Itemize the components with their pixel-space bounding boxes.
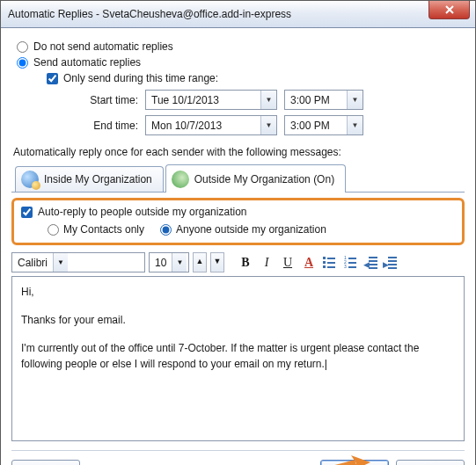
chevron-down-icon[interactable]: ▼ [53, 253, 68, 272]
outdent-button[interactable]: ◀ [363, 253, 379, 272]
option-do-not-send[interactable]: Do not send automatic replies [17, 40, 465, 53]
checkbox-auto-reply-outside[interactable] [21, 207, 33, 218]
outside-options-highlight: Auto-reply to people outside my organiza… [11, 198, 465, 245]
radio-send-auto[interactable] [17, 57, 28, 69]
start-date-combo[interactable]: Tue 10/1/2013 ▼ [145, 90, 277, 110]
message-line: I'm currently out of the office until 7-… [21, 340, 455, 372]
option-contacts-only[interactable]: My Contacts only [48, 223, 144, 236]
option-only-range[interactable]: Only send during this time range: [47, 72, 465, 84]
section-label: Automatically reply once for each sender… [13, 146, 465, 158]
indent-button[interactable]: ▶ [383, 253, 399, 272]
message-line: Thanks for your email. [21, 312, 455, 328]
ok-button[interactable]: OK [320, 460, 389, 465]
chevron-down-icon[interactable]: ▼ [260, 91, 276, 109]
end-time-combo[interactable]: 3:00 PM ▼ [284, 115, 363, 135]
cancel-button[interactable]: Cancel [396, 460, 465, 465]
radio-anyone-outside[interactable] [160, 224, 172, 236]
radio-contacts-only[interactable] [48, 224, 59, 236]
font-shrink-button[interactable]: ▼ [210, 252, 224, 272]
bold-button[interactable]: B [237, 253, 254, 272]
option-auto-reply-outside[interactable]: Auto-reply to people outside my organiza… [21, 206, 455, 218]
font-grow-button[interactable]: ▲ [193, 252, 207, 272]
italic-button[interactable]: I [258, 253, 275, 272]
end-date-combo[interactable]: Mon 10/7/2013 ▼ [145, 115, 277, 135]
message-editor[interactable]: Hi, Thanks for your email. I'm currently… [11, 276, 465, 441]
rules-button[interactable]: Rules... [11, 460, 80, 465]
chevron-down-icon[interactable]: ▼ [347, 116, 362, 134]
tab-inside-org[interactable]: Inside My Organization [15, 166, 164, 192]
titlebar[interactable]: Automatic Replies - SvetaCheusheva@offic… [1, 1, 475, 28]
option-send-auto[interactable]: Send automatic replies [17, 56, 465, 69]
bullet-list-button[interactable] [321, 253, 339, 272]
dialog-footer: Rules... OK Cancel [11, 450, 465, 465]
font-size-combo[interactable]: 10 ▼ [149, 252, 189, 272]
start-time-combo[interactable]: 3:00 PM ▼ [284, 90, 363, 110]
tab-bar: Inside My Organization Outside My Organi… [11, 163, 465, 193]
font-color-button[interactable]: A [300, 253, 318, 272]
chevron-down-icon[interactable]: ▼ [172, 253, 187, 272]
message-line: Hi, [21, 284, 455, 300]
window-title: Automatic Replies - SvetaCheusheva@offic… [8, 8, 291, 20]
underline-button[interactable]: U [279, 253, 297, 272]
people-inside-icon [21, 171, 39, 188]
chevron-down-icon[interactable]: ▼ [260, 116, 276, 134]
numbered-list-button[interactable]: 1 2 3 [342, 253, 360, 272]
radio-do-not-send[interactable] [17, 41, 28, 53]
format-toolbar: Calibri ▼ 10 ▼ ▲ ▼ B I U A 1 2 3 [11, 252, 465, 272]
font-name-combo[interactable]: Calibri ▼ [11, 252, 145, 272]
checkbox-only-range[interactable] [47, 73, 58, 84]
chevron-down-icon[interactable]: ▼ [347, 91, 362, 109]
tab-outside-org[interactable]: Outside My Organization (On) [165, 164, 346, 193]
option-anyone-outside[interactable]: Anyone outside my organization [160, 223, 326, 236]
globe-icon [172, 171, 189, 188]
end-time-label: End time: [68, 120, 138, 132]
close-button[interactable] [428, 1, 470, 19]
automatic-replies-dialog: Automatic Replies - SvetaCheusheva@offic… [0, 0, 476, 465]
start-time-label: Start time: [68, 94, 138, 106]
